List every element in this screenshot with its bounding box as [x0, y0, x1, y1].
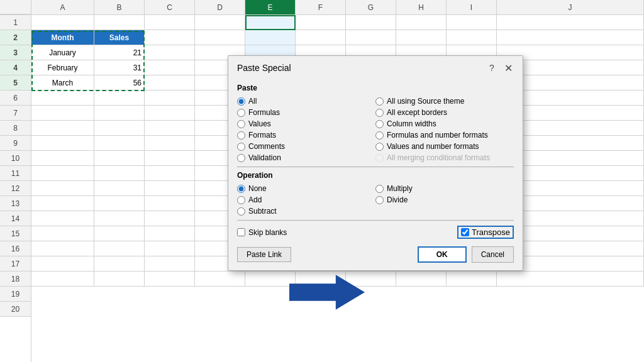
row-num-14[interactable]: 14 [0, 211, 31, 226]
cell-g2[interactable] [346, 30, 396, 45]
cell-b3[interactable]: 21 [94, 45, 145, 60]
paste-option-validation[interactable]: Validation [237, 153, 375, 163]
row-num-2[interactable]: 2 [0, 30, 31, 45]
cell-g1[interactable] [346, 15, 396, 30]
cell-f1[interactable] [296, 15, 346, 30]
row-num-7[interactable]: 7 [0, 106, 31, 121]
cell-c5[interactable] [145, 75, 195, 90]
row-num-6[interactable]: 6 [0, 90, 31, 106]
col-header-g[interactable]: G [346, 0, 396, 14]
row-num-10[interactable]: 10 [0, 151, 31, 166]
operation-section-label: Operation [237, 171, 514, 180]
paste-option-values[interactable]: Values [237, 119, 375, 129]
col-header-f[interactable]: F [296, 0, 346, 14]
cell-h2[interactable] [396, 30, 447, 45]
col-header-c[interactable]: C [145, 0, 195, 14]
row-num-13[interactable]: 13 [0, 196, 31, 211]
paste-formulas-label: Formulas [248, 108, 280, 117]
spreadsheet: A B C D E F G H I J 1 2 3 4 5 6 7 8 9 10… [0, 0, 644, 362]
op-multiply[interactable]: Multiply [375, 184, 514, 194]
cancel-button[interactable]: Cancel [472, 246, 514, 263]
row-num-1[interactable]: 1 [0, 15, 31, 30]
skip-blanks-checkbox[interactable] [237, 228, 245, 236]
row-num-5[interactable]: 5 [0, 75, 31, 90]
cell-i2[interactable] [447, 30, 497, 45]
cell-b5[interactable]: 56 [94, 75, 145, 90]
op-none[interactable]: None [237, 184, 375, 194]
op-subtract[interactable]: Subtract [237, 206, 375, 216]
dialog-help-button[interactable]: ? [485, 61, 499, 75]
cell-a1[interactable] [31, 15, 94, 30]
skip-blanks-item[interactable]: Skip blanks [237, 228, 287, 237]
cell-c1[interactable] [145, 15, 195, 30]
row-num-4[interactable]: 4 [0, 60, 31, 75]
paste-option-merging[interactable]: All merging conditional formats [375, 153, 514, 163]
col-header-d[interactable]: D [195, 0, 245, 14]
transpose-item[interactable]: Transpose [457, 226, 514, 239]
cell-i1[interactable] [447, 15, 497, 30]
row-num-16[interactable]: 16 [0, 241, 31, 256]
paste-valuesnum-label: Values and number formats [387, 142, 479, 151]
cell-d1[interactable] [195, 15, 245, 30]
cell-c2[interactable] [145, 30, 195, 45]
cell-c4[interactable] [145, 60, 195, 75]
col-header-b[interactable]: B [94, 0, 145, 14]
col-header-i[interactable]: I [447, 0, 497, 14]
dialog-title-bar: Paste Special ? ✕ [228, 56, 523, 79]
ok-button[interactable]: OK [418, 246, 467, 263]
cell-e1[interactable] [245, 15, 296, 30]
cell-f2[interactable] [296, 30, 346, 45]
paste-merging-label: All merging conditional formats [387, 153, 490, 162]
paste-formats-label: Formats [248, 131, 276, 140]
row-numbers: 1 2 3 4 5 6 7 8 9 10 11 12 13 14 15 16 1… [0, 15, 31, 362]
skip-blanks-label: Skip blanks [248, 228, 287, 237]
row-num-12[interactable]: 12 [0, 181, 31, 196]
cell-j1[interactable] [497, 15, 644, 30]
cell-b4[interactable]: 31 [94, 60, 145, 75]
paste-link-button[interactable]: Paste Link [237, 247, 291, 262]
table-row [31, 272, 644, 287]
row-num-19[interactable]: 19 [0, 287, 31, 302]
paste-source-label: All using Source theme [387, 97, 464, 106]
cell-a4[interactable]: February [31, 60, 94, 75]
cell-a2[interactable]: Month [31, 30, 94, 45]
col-header-h[interactable]: H [396, 0, 447, 14]
row-num-9[interactable]: 9 [0, 136, 31, 151]
transpose-checkbox[interactable] [461, 228, 469, 236]
op-add[interactable]: Add [237, 195, 375, 205]
cell-e2[interactable] [245, 30, 296, 45]
col-header-j[interactable]: J [497, 0, 644, 14]
cell-d2[interactable] [195, 30, 245, 45]
col-header-e[interactable]: E [245, 0, 296, 14]
paste-option-formats[interactable]: Formats [237, 130, 375, 140]
cell-h1[interactable] [396, 15, 447, 30]
dialog-close-button[interactable]: ✕ [501, 61, 515, 75]
paste-option-all-source[interactable]: All using Source theme [375, 96, 514, 106]
cell-b1[interactable] [94, 15, 145, 30]
dialog-title: Paste Special [237, 63, 291, 73]
operation-options-grid: None Multiply Add Divide [237, 184, 514, 216]
op-divide[interactable]: Divide [375, 195, 514, 205]
row-num-18[interactable]: 18 [0, 272, 31, 287]
paste-option-values-num[interactable]: Values and number formats [375, 141, 514, 151]
cell-b2[interactable]: Sales [94, 30, 145, 45]
paste-option-formulas[interactable]: Formulas [237, 107, 375, 118]
row-num-20[interactable]: 20 [0, 302, 31, 317]
cell-a5[interactable]: March [31, 75, 94, 90]
cell-j2[interactable] [497, 30, 644, 45]
cell-c3[interactable] [145, 45, 195, 60]
paste-option-col-widths[interactable]: Column widths [375, 119, 514, 129]
row-num-15[interactable]: 15 [0, 226, 31, 241]
paste-option-all-except[interactable]: All except borders [375, 107, 514, 118]
dialog-controls: ? ✕ [485, 61, 515, 75]
row-num-11[interactable]: 11 [0, 166, 31, 181]
row-num-8[interactable]: 8 [0, 121, 31, 136]
paste-option-formulas-num[interactable]: Formulas and number formats [375, 130, 514, 140]
cell-a3[interactable]: January [31, 45, 94, 60]
col-header-a[interactable]: A [31, 0, 94, 14]
row-num-17[interactable]: 17 [0, 256, 31, 272]
row-num-3[interactable]: 3 [0, 45, 31, 60]
paste-option-comments[interactable]: Comments [237, 141, 375, 151]
paste-special-dialog[interactable]: Paste Special ? ✕ Paste All [228, 55, 523, 271]
paste-option-all[interactable]: All [237, 96, 375, 106]
